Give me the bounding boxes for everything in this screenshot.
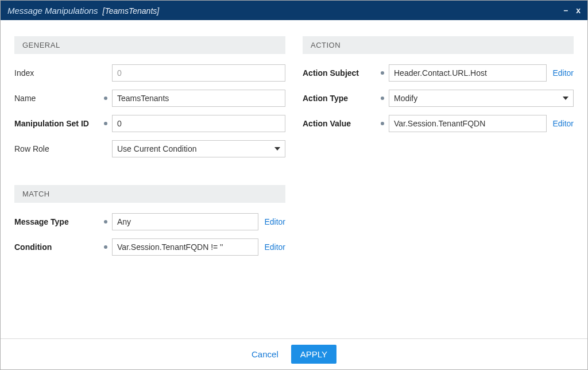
minimize-icon[interactable]: – [563, 6, 568, 15]
section-header-general: GENERAL [14, 36, 285, 54]
changed-dot-icon [381, 71, 384, 75]
label-message-type: Message Type [14, 217, 69, 226]
row-action-value: Action Value Editor [303, 115, 574, 132]
editor-link-condition[interactable]: Editor [264, 242, 285, 252]
close-icon[interactable]: x [576, 6, 581, 15]
titlebar-controls: – x [563, 6, 581, 15]
label-row-role: Row Role [14, 144, 49, 153]
condition-input[interactable] [112, 238, 258, 256]
left-column: GENERAL Index Name [14, 36, 285, 338]
label-condition: Condition [14, 242, 52, 252]
editor-link-message-type[interactable]: Editor [264, 217, 285, 226]
section-header-action: ACTION [303, 36, 574, 54]
dot-spacer [104, 147, 107, 151]
row-role-select[interactable]: Use Current Condition [112, 140, 285, 157]
titlebar: Message Manipulations [TeamsTenants] – x [1, 1, 587, 20]
row-index: Index [14, 64, 285, 82]
row-role-value: Use Current Condition [117, 144, 197, 153]
index-input[interactable] [112, 64, 285, 82]
changed-dot-icon [381, 97, 384, 100]
dialog-subtitle: [TeamsTenants] [103, 6, 160, 16]
dialog-footer: Cancel APPLY [1, 338, 587, 369]
label-action-value: Action Value [303, 119, 351, 128]
label-index: Index [14, 68, 34, 78]
dot-spacer [104, 71, 107, 75]
chevron-down-icon [563, 97, 568, 100]
message-type-input[interactable] [112, 213, 258, 230]
row-name: Name [14, 90, 285, 107]
editor-link-action-subject[interactable]: Editor [552, 68, 574, 78]
row-action-subject: Action Subject Editor [303, 64, 574, 82]
apply-button[interactable]: APPLY [291, 345, 336, 364]
section-header-match: MATCH [14, 185, 285, 203]
dialog-body: GENERAL Index Name [1, 20, 587, 338]
action-type-value: Modify [394, 94, 417, 103]
dialog-title: Message Manipulations [7, 6, 98, 16]
name-input[interactable] [112, 90, 285, 107]
changed-dot-icon [104, 220, 107, 223]
changed-dot-icon [104, 245, 107, 249]
dialog-window: Message Manipulations [TeamsTenants] – x… [0, 0, 588, 370]
row-row-role: Row Role Use Current Condition [14, 140, 285, 157]
label-action-subject: Action Subject [303, 68, 359, 78]
label-action-type: Action Type [303, 94, 348, 103]
label-name: Name [14, 94, 36, 103]
action-value-input[interactable] [389, 115, 547, 132]
row-action-type: Action Type Modify [303, 90, 574, 107]
row-message-type: Message Type Editor [14, 213, 285, 230]
chevron-down-icon [274, 147, 280, 151]
row-manipulation-set-id: Manipulation Set ID [14, 115, 285, 132]
titlebar-left: Message Manipulations [TeamsTenants] [7, 6, 159, 16]
action-subject-input[interactable] [389, 64, 547, 82]
changed-dot-icon [381, 122, 384, 125]
row-condition: Condition Editor [14, 238, 285, 256]
action-type-select[interactable]: Modify [389, 90, 574, 107]
changed-dot-icon [104, 97, 107, 100]
editor-link-action-value[interactable]: Editor [552, 119, 574, 128]
right-column: ACTION Action Subject Editor Action Type [303, 36, 574, 338]
changed-dot-icon [104, 122, 107, 125]
label-manipulation-set-id: Manipulation Set ID [14, 119, 89, 128]
cancel-button[interactable]: Cancel [252, 349, 278, 359]
manipulation-set-id-input[interactable] [112, 115, 285, 132]
